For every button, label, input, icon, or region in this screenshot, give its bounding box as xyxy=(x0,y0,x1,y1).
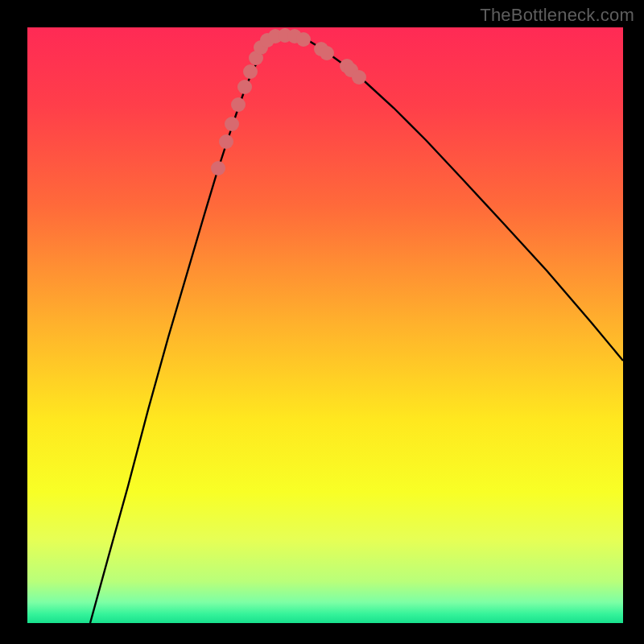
bottleneck-curve xyxy=(90,35,623,623)
chart-stage: TheBottleneck.com xyxy=(0,0,644,644)
curve-marker xyxy=(211,161,225,175)
curve-layer xyxy=(27,27,623,623)
curve-marker xyxy=(237,80,252,94)
marker-group xyxy=(211,28,366,175)
curve-marker xyxy=(225,117,239,131)
curve-marker xyxy=(320,46,334,60)
watermark-text: TheBottleneck.com xyxy=(480,5,634,26)
curve-marker xyxy=(231,97,246,112)
curve-marker xyxy=(243,64,258,79)
plot-area xyxy=(27,27,623,623)
curve-marker xyxy=(296,32,311,47)
curve-marker xyxy=(219,134,233,149)
curve-marker xyxy=(352,70,366,85)
